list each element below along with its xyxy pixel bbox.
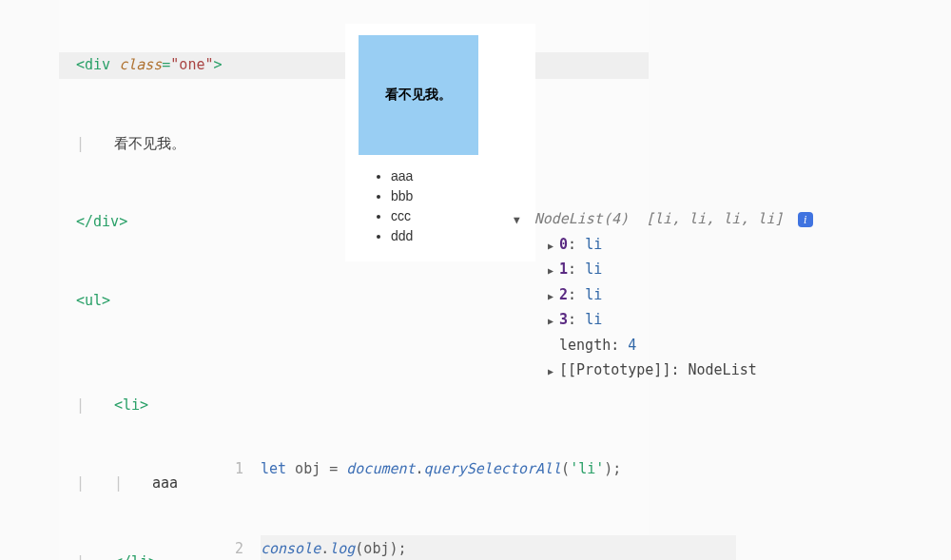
collapse-toggle-icon[interactable]	[514, 210, 526, 227]
js-source-code: 1let obj = document.querySelectorAll('li…	[226, 402, 736, 560]
rendered-preview: 看不见我。 aaa bbb ccc ddd	[345, 24, 535, 261]
nodelist-entry[interactable]: 0: li	[514, 233, 813, 259]
expand-icon[interactable]	[548, 286, 559, 303]
nodelist-entry[interactable]: 1: li	[514, 258, 813, 283]
preview-list: aaa bbb ccc ddd	[359, 166, 522, 246]
line-number: 2	[226, 535, 261, 560]
list-item: bbb	[391, 186, 522, 206]
nodelist-entry[interactable]: 2: li	[514, 283, 813, 309]
nodelist-header[interactable]: NodeList(4) [li, li, li, li] i	[514, 207, 813, 233]
preview-box: 看不见我。	[359, 35, 478, 155]
text-content: 看不见我。	[114, 135, 185, 152]
expand-icon[interactable]	[548, 361, 559, 378]
nodelist-prototype[interactable]: [[Prototype]]: NodeList	[514, 358, 813, 384]
list-item: aaa	[391, 166, 522, 186]
line-number: 1	[226, 455, 261, 482]
expand-icon[interactable]	[548, 261, 559, 278]
list-item: ccc	[391, 206, 522, 226]
nodelist-length: length: 4	[514, 334, 813, 359]
info-icon[interactable]: i	[798, 212, 813, 227]
list-item: ddd	[391, 226, 522, 246]
devtools-console-output: NodeList(4) [li, li, li, li] i 0: li 1: …	[514, 207, 813, 384]
code-line: 2console.log(obj);	[226, 535, 736, 560]
expand-icon[interactable]	[548, 236, 559, 253]
expand-icon[interactable]	[548, 311, 559, 328]
preview-box-text: 看不见我。	[385, 87, 452, 104]
tag-open: <div	[76, 56, 119, 73]
attr-name: class	[119, 56, 162, 73]
attr-value: "one"	[170, 56, 213, 73]
code-line: 1let obj = document.querySelectorAll('li…	[226, 455, 736, 482]
nodelist-entry[interactable]: 3: li	[514, 308, 813, 334]
